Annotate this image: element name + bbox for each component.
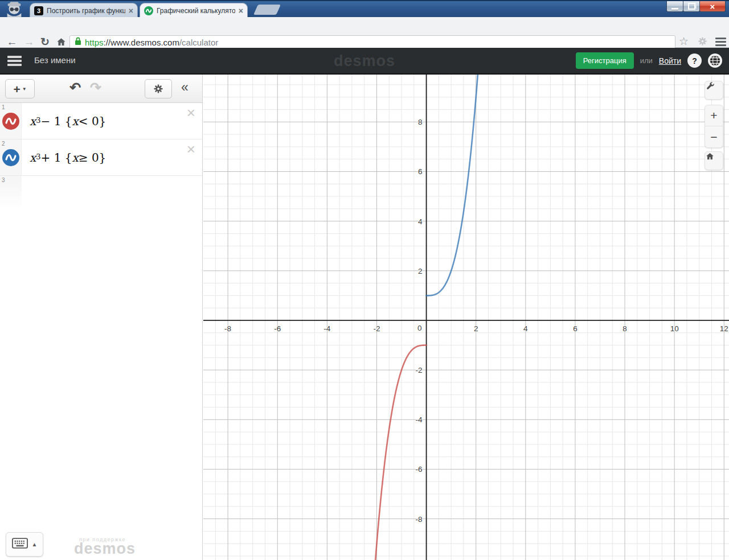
add-expression-button[interactable]: + ▼	[5, 79, 35, 98]
expression-text[interactable]: x3 − 1 {x < 0}	[30, 103, 106, 139]
extension-gear-icon[interactable]	[697, 36, 708, 49]
window-controls: ×	[667, 1, 726, 12]
tab1-close-icon[interactable]: ×	[129, 7, 133, 15]
undo-icon[interactable]: ↶	[69, 80, 81, 96]
delete-expression-icon[interactable]: ×	[187, 105, 195, 120]
row-number: 2	[2, 141, 5, 147]
bookmark-star-icon[interactable]: ☆	[679, 35, 689, 48]
expression-row-1[interactable]: 1 x3 − 1 {x < 0} ×	[0, 103, 202, 139]
graph-title[interactable]: Без имени	[34, 55, 76, 65]
chevron-up-icon: ▲	[32, 541, 38, 547]
row-number: 3	[2, 177, 5, 183]
settings-gear-button[interactable]	[145, 79, 172, 98]
chevron-down-icon: ▼	[22, 87, 27, 92]
help-button[interactable]: ?	[687, 53, 702, 68]
delete-expression-icon[interactable]: ×	[187, 142, 195, 157]
expression-text[interactable]: x3 + 1 {x ≥ 0}	[30, 139, 106, 175]
graph-grid-svg	[203, 75, 729, 560]
browser-tab-1[interactable]: 3 Построить график функц ×	[30, 3, 138, 18]
expression-panel: + ▼ ↶ ↷ « 1 x3 − 1 {x < 0} ×	[0, 75, 203, 560]
default-view-home-button[interactable]	[705, 151, 723, 170]
expression-row-3-empty[interactable]: 3	[0, 176, 202, 209]
expression-row-2[interactable]: 2 x3 + 1 {x ≥ 0} ×	[0, 139, 202, 176]
url-text: https://www.desmos.com/calculator	[85, 38, 218, 47]
address-bar[interactable]: https://www.desmos.com/calculator	[69, 35, 675, 49]
padlock-icon	[75, 36, 81, 48]
graph-canvas[interactable]: + − -8-6-4-224681012-8-6-4-224680	[203, 75, 729, 560]
curve-x^3 − 1 {x < 0}[interactable]	[367, 345, 427, 560]
language-globe-button[interactable]	[708, 53, 722, 68]
show-keyboard-button[interactable]: ▲	[6, 532, 43, 557]
collapse-panel-icon[interactable]: «	[181, 80, 189, 95]
zoom-controls: + −	[705, 105, 723, 148]
or-label: или	[640, 56, 653, 65]
url-host: ://www.desmos.com	[104, 38, 179, 47]
desmos-logo: desmos	[334, 52, 395, 70]
tab2-title: Графический калькулято	[157, 7, 235, 15]
tab1-favicon: 3	[34, 6, 43, 15]
tab2-close-icon[interactable]: ×	[239, 7, 243, 15]
tab2-desmos-favicon	[144, 6, 153, 15]
restore-icon	[688, 3, 695, 10]
desmos-watermark: при поддержке desmos	[74, 537, 131, 555]
plus-icon: +	[13, 83, 20, 95]
signup-button[interactable]: Регистрация	[576, 52, 634, 69]
zoom-out-button[interactable]: −	[705, 126, 723, 147]
redo-icon[interactable]: ↷	[90, 80, 101, 96]
url-scheme: https	[85, 38, 104, 47]
login-link[interactable]: Войти	[659, 56, 681, 65]
browser-tab-2-active[interactable]: Графический калькулято ×	[140, 3, 248, 18]
tab1-title: Построить график функц	[47, 7, 125, 15]
browser-toolbar: ← → ↻ https://www.desmos.com/calculator …	[0, 17, 729, 48]
keyboard-icon	[12, 538, 28, 551]
curve-color-icon-blue[interactable]	[2, 149, 19, 166]
row-number: 1	[2, 104, 5, 110]
zoom-in-button[interactable]: +	[705, 105, 723, 126]
graph-settings-wrench-button[interactable]	[705, 81, 723, 100]
main-menu-icon[interactable]	[7, 56, 22, 68]
window-minimize-button[interactable]	[666, 1, 683, 12]
minimize-icon	[671, 8, 678, 10]
expression-toolbar: + ▼ ↶ ↷ «	[0, 75, 202, 103]
url-path: /calculator	[179, 38, 218, 47]
new-tab-button[interactable]	[253, 5, 281, 15]
window-restore-button[interactable]	[683, 1, 700, 12]
header-account-area: Регистрация или Войти ?	[576, 52, 722, 69]
curve-x^3 + 1 {x ≥ 0}[interactable]	[427, 75, 486, 295]
curve-color-icon-red[interactable]	[2, 113, 19, 130]
desmos-header: Без имени desmos Регистрация или Войти ?	[0, 48, 729, 75]
window-close-button[interactable]: ×	[699, 1, 726, 12]
browser-menu-icon[interactable]	[715, 38, 726, 48]
window-title-bar: 3 Построить график функц × Графический к…	[0, 0, 729, 17]
